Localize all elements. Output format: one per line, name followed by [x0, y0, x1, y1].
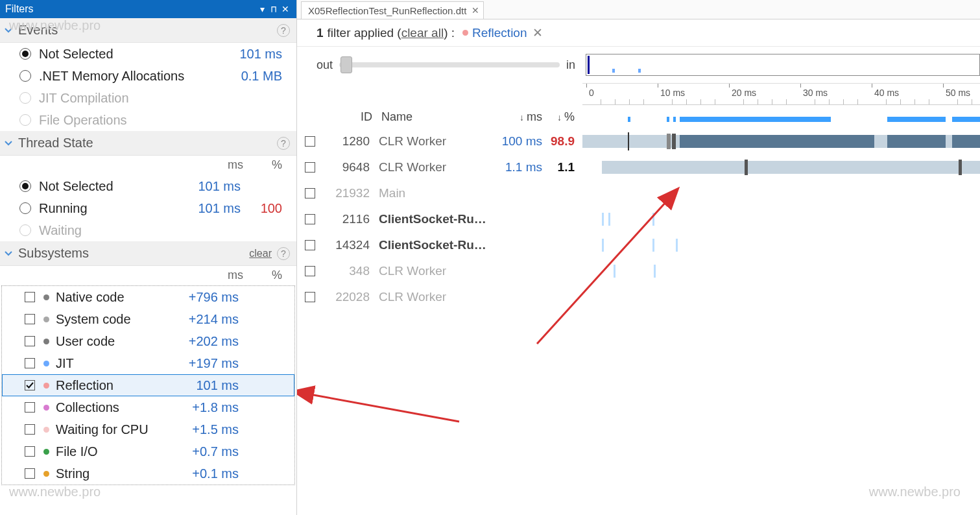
overview-timeline[interactable] [586, 54, 980, 76]
checkbox-icon[interactable] [25, 424, 35, 435]
thread-row[interactable]: 22028 CLR Worker [297, 284, 582, 310]
checkbox-icon[interactable] [25, 358, 35, 368]
thread-list-header: ID Name ms % [297, 105, 582, 128]
events-item[interactable]: File Operations [0, 109, 296, 131]
unit-ms: ms [204, 158, 243, 172]
subsystem-item-ms: +0.7 ms [176, 444, 239, 459]
checkbox-icon[interactable] [305, 162, 315, 173]
checkbox-icon[interactable] [25, 446, 35, 457]
radio-icon[interactable] [19, 224, 31, 236]
subsystem-item[interactable]: User code +202 ms [2, 330, 294, 352]
subsystem-item-label: Waiting for CPU [56, 422, 176, 437]
ruler-tick-label: 0 [589, 88, 594, 98]
checkbox-icon[interactable] [25, 402, 35, 413]
clear-all-link[interactable]: clear all [401, 26, 444, 40]
events-title: Events [18, 23, 58, 38]
zoom-slider[interactable] [339, 62, 560, 67]
thread-row[interactable]: 1280 CLR Worker 100 ms 98.9 [297, 128, 582, 154]
checkbox-icon[interactable] [305, 136, 315, 147]
subsystem-item[interactable]: String +0.1 ms [2, 462, 294, 485]
events-item[interactable]: JIT Compilation [0, 87, 296, 109]
chevron-down-icon [4, 139, 13, 148]
subsystems-clear[interactable]: clear [249, 248, 272, 259]
subsystem-item[interactable]: System code +214 ms [2, 308, 294, 330]
thread-item[interactable]: Waiting [0, 219, 296, 241]
thread-row[interactable]: 2116 ClientSocket-Runner-R... [297, 206, 582, 232]
checkbox-icon[interactable] [305, 292, 315, 302]
help-icon[interactable]: ? [277, 24, 290, 37]
radio-icon[interactable] [19, 70, 31, 82]
checkbox-icon[interactable] [305, 266, 315, 276]
subsystem-item[interactable]: Collections +1.8 ms [2, 396, 294, 418]
col-pc[interactable]: % [542, 110, 575, 124]
events-item-value: 0.1 MB [220, 69, 282, 84]
thread-item[interactable]: Not Selected 101 ms [0, 175, 296, 197]
thread-ms: 1.1 ms [490, 160, 542, 174]
subsystem-item[interactable]: Native code +796 ms [2, 286, 294, 308]
radio-icon[interactable] [19, 48, 31, 60]
radio-icon[interactable] [19, 180, 31, 192]
radio-icon[interactable] [19, 114, 31, 126]
checkbox-icon[interactable] [305, 188, 315, 198]
checkbox-icon[interactable] [25, 380, 35, 390]
document-tab[interactable]: X05ReflectionTest_RunReflection.dtt ✕ [301, 1, 484, 19]
checkbox-icon[interactable] [305, 214, 315, 224]
thread-item[interactable]: Running 101 ms 100 [0, 197, 296, 219]
unit-ms: ms [204, 269, 243, 282]
thread-row[interactable]: 14324 ClientSocket-Runner-S... [297, 232, 582, 258]
thread-row[interactable]: 9648 CLR Worker 1.1 ms 1.1 [297, 154, 582, 180]
thread-row[interactable]: 348 CLR Worker [297, 258, 582, 284]
thread-name: ClientSocket-Runner-S... [379, 238, 490, 252]
subsystem-item-label: String [56, 466, 176, 481]
help-icon[interactable]: ? [277, 247, 290, 260]
subsystem-item[interactable]: Waiting for CPU +1.5 ms [2, 418, 294, 440]
checkbox-icon[interactable] [25, 314, 35, 324]
checkbox-icon[interactable] [25, 336, 35, 346]
subsystem-color-dot [43, 471, 49, 477]
checkbox-icon[interactable] [25, 468, 35, 479]
subsystem-color-dot [43, 361, 49, 366]
panel-menu-icon[interactable]: ▾ [256, 4, 268, 14]
subsystems-section-header[interactable]: Subsystems clear ? [0, 241, 296, 266]
checkbox-icon[interactable] [25, 292, 35, 302]
filter-chip-reflection[interactable]: Reflection ✕ [462, 25, 543, 40]
events-item-label: File Operations [39, 113, 220, 128]
thread-item-label: Running [39, 201, 178, 216]
col-ms[interactable]: ms [490, 110, 542, 124]
thread-row[interactable]: 21932 Main [297, 180, 582, 206]
col-name[interactable]: Name [381, 110, 490, 124]
subsystem-item-label: JIT [56, 356, 176, 371]
col-id[interactable]: ID [320, 110, 372, 124]
subsystem-item[interactable]: JIT +197 ms [2, 352, 294, 374]
thread-section-header[interactable]: Thread State ? [0, 131, 296, 156]
zoom-thumb[interactable] [341, 56, 352, 73]
chip-remove-icon[interactable]: ✕ [532, 25, 543, 40]
panel-pin-icon[interactable]: ⊓ [268, 4, 280, 14]
thread-title: Thread State [18, 136, 93, 150]
thread-item-pc: 100 [241, 201, 282, 216]
thread-id: 21932 [323, 186, 370, 200]
tab-close-icon[interactable]: ✕ [472, 5, 479, 16]
thread-pc: 1.1 [542, 160, 575, 174]
events-item-value: 101 ms [220, 47, 282, 62]
radio-icon[interactable] [19, 92, 31, 104]
zoom-row: out in [297, 47, 980, 83]
chip-dot-icon [462, 30, 468, 36]
subsystem-item-label: File I/O [56, 444, 176, 459]
events-section-header[interactable]: Events ? [0, 18, 296, 43]
subsystem-item[interactable]: File I/O +0.7 ms [2, 440, 294, 462]
timeline-ruler[interactable]: 0 10 ms 20 ms 30 ms 40 ms 50 ms [582, 83, 980, 105]
subsystem-item[interactable]: Reflection 101 ms [2, 374, 294, 396]
radio-icon[interactable] [19, 202, 31, 214]
checkbox-icon[interactable] [305, 240, 315, 250]
timeline[interactable] [582, 105, 980, 515]
thread-pc: 98.9 [542, 134, 575, 149]
subsystem-item-ms: +214 ms [176, 312, 239, 327]
events-item[interactable]: .NET Memory Allocations 0.1 MB [0, 65, 296, 87]
chip-label: Reflection [472, 26, 527, 40]
help-icon[interactable]: ? [277, 137, 290, 150]
subsystem-color-dot [43, 383, 49, 389]
subsystems-list: Native code +796 ms System code +214 ms … [1, 285, 295, 485]
panel-close-icon[interactable]: ✕ [280, 4, 291, 14]
events-item[interactable]: Not Selected 101 ms [0, 43, 296, 65]
